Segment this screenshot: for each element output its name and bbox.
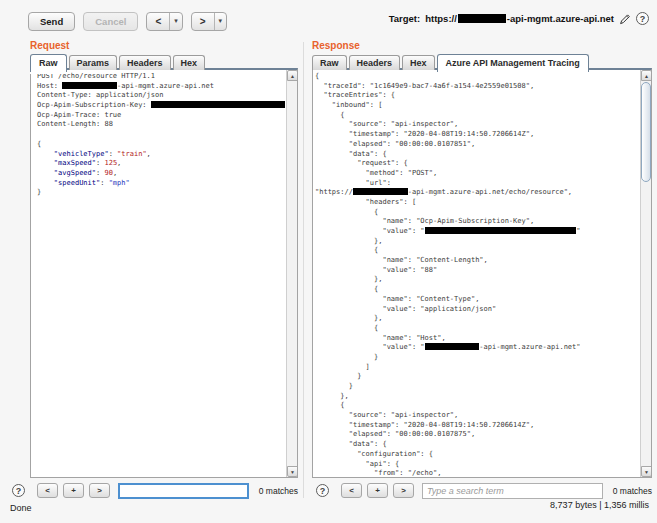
search-options-button[interactable]: + [63, 483, 84, 498]
response-match-count: 0 matches [613, 486, 652, 496]
request-panel-title: Request [30, 40, 69, 51]
request-raw-text[interactable]: POST /echo/resource HTTP/1.1Host: -api-m… [31, 72, 285, 476]
forward-arrow-icon[interactable]: > [192, 13, 214, 30]
tab-response-azure-tracing[interactable]: Azure API Management Tracing [437, 54, 589, 72]
redacted-host [458, 14, 506, 23]
response-size-time: 8,737 bytes | 1,356 millis [550, 500, 649, 510]
request-searchbar: ? < + > 0 matches [12, 482, 298, 499]
tab-request-raw[interactable]: Raw [30, 54, 67, 72]
cancel-button[interactable]: Cancel [83, 12, 138, 31]
target-label: Target: [389, 13, 421, 24]
back-arrow-icon[interactable]: < [147, 13, 169, 30]
request-search-input[interactable] [118, 483, 249, 499]
scroll-down-icon[interactable]: ▼ [287, 466, 298, 477]
target-bar: Target: https://-api-mgmt.azure-api.net … [389, 12, 649, 25]
search-options-button[interactable]: + [367, 483, 388, 498]
target-help-icon[interactable]: ? [636, 12, 649, 25]
request-scrollbar[interactable]: ▲ ▼ [286, 70, 297, 477]
search-prev-button[interactable]: < [37, 483, 58, 498]
tab-response-headers[interactable]: Headers [349, 55, 401, 70]
panel-divider [303, 42, 304, 498]
response-editor[interactable]: { "traceId": "1c1649e9-bac7-4a6f-a154-4e… [312, 68, 652, 478]
search-prev-button[interactable]: < [341, 483, 362, 498]
tab-response-hex[interactable]: Hex [402, 55, 435, 70]
request-editor[interactable]: POST /echo/resource HTTP/1.1Host: -api-m… [30, 68, 298, 478]
edit-target-icon[interactable] [619, 13, 631, 25]
tab-request-headers[interactable]: Headers [119, 55, 171, 70]
status-text: Done [10, 503, 32, 513]
scroll-up-icon[interactable]: ▲ [287, 70, 298, 81]
response-tab-bar: Raw Headers Hex Azure API Management Tra… [312, 52, 589, 70]
response-searchbar: ? < + > 0 matches [316, 482, 652, 499]
toolbar: Send Cancel < ▾ > ▾ Target: https://-api… [28, 11, 649, 31]
scrollbar-thumb[interactable] [641, 82, 651, 182]
response-panel-title: Response [312, 40, 360, 51]
tab-request-params[interactable]: Params [69, 55, 118, 70]
response-raw-text[interactable]: { "traceId": "1c1649e9-bac7-4a6f-a154-4e… [313, 72, 639, 476]
response-search-input[interactable] [422, 483, 603, 499]
repeater-window: Send Cancel < ▾ > ▾ Target: https://-api… [0, 0, 657, 523]
scroll-up-icon[interactable]: ▲ [641, 70, 652, 81]
search-next-button[interactable]: > [393, 483, 414, 498]
history-back-button[interactable]: < ▾ [146, 12, 182, 31]
scroll-down-icon[interactable]: ▼ [641, 466, 652, 477]
search-next-button[interactable]: > [89, 483, 110, 498]
request-match-count: 0 matches [259, 486, 298, 496]
history-forward-button[interactable]: > ▾ [191, 12, 227, 31]
search-help-icon[interactable]: ? [12, 484, 25, 497]
send-button[interactable]: Send [28, 12, 75, 31]
tab-response-raw[interactable]: Raw [312, 55, 347, 70]
target-url: https://-api-mgmt.azure-api.net [425, 13, 614, 24]
request-tab-bar: Raw Params Headers Hex [30, 52, 205, 70]
response-scrollbar[interactable]: ▲ ▼ [640, 70, 651, 477]
search-help-icon[interactable]: ? [316, 484, 329, 497]
tab-request-hex[interactable]: Hex [173, 55, 206, 70]
back-dropdown-icon[interactable]: ▾ [169, 13, 182, 30]
forward-dropdown-icon[interactable]: ▾ [214, 13, 227, 30]
